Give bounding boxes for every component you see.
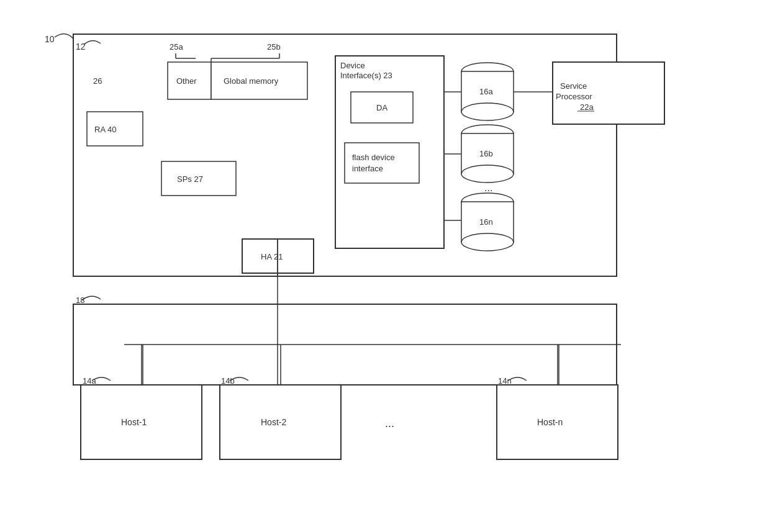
svg-rect-13: [345, 143, 419, 183]
da-label: DA: [376, 103, 387, 112]
ref-16a-label: 16a: [479, 87, 493, 96]
diagram-container: 10 12 25a 25b 26 Other Global memory RA …: [0, 0, 770, 532]
svg-point-16: [461, 103, 514, 120]
ref-18-label: 18: [76, 295, 84, 305]
ellipsis-devices-label: ...: [484, 183, 492, 193]
ref-16n-label: 16n: [479, 217, 493, 227]
host2-label: Host-2: [261, 417, 286, 427]
ha-21-label: HA 21: [261, 252, 283, 261]
host1-label: Host-1: [121, 417, 147, 427]
ref-16b-label: 16b: [479, 149, 493, 158]
svg-point-22: [461, 233, 514, 251]
ref-14a-label: 14a: [83, 376, 96, 385]
architecture-diagram: 10 12 25a 25b 26 Other Global memory RA …: [0, 0, 770, 532]
service-processor-label2: Processor: [556, 92, 592, 101]
ref-14n-label: 14n: [498, 376, 512, 385]
ellipsis-hosts-label: ...: [385, 417, 394, 430]
ref-14b-label: 14b: [221, 376, 235, 385]
ref-22a-label: 22a: [580, 102, 594, 112]
ra-40-label: RA 40: [94, 125, 116, 134]
ref-25b-label: 25b: [267, 42, 281, 52]
service-processor-label1: Service: [560, 81, 587, 91]
other-label: Other: [176, 76, 197, 86]
flash-device-label1: flash device: [352, 153, 395, 162]
hostn-label: Host-n: [537, 417, 563, 427]
flash-device-label2: interface: [352, 164, 383, 173]
sps-27-label: SPs 27: [177, 174, 203, 184]
global-memory-label: Global memory: [224, 76, 279, 86]
device-interface-label: Device: [340, 61, 365, 70]
ref-25a-label: 25a: [170, 42, 183, 52]
device-interface-label2: Interface(s) 23: [340, 71, 392, 80]
svg-point-19: [461, 165, 514, 183]
ref-10-label: 10: [45, 34, 55, 44]
ref-12-label: 12: [76, 42, 86, 52]
ref-26-label: 26: [93, 76, 102, 86]
